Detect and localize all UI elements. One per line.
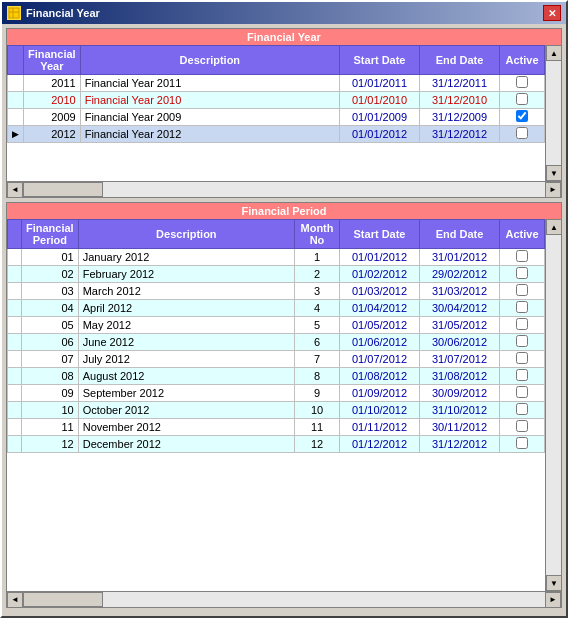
fp-month-cell: 7 [295,351,340,368]
active-checkbox[interactable] [516,93,528,105]
fp-row-indicator [8,436,22,453]
fp-row-indicator [8,368,22,385]
fp-end-cell: 31/03/2012 [420,283,500,300]
fp-active-checkbox[interactable] [516,352,528,364]
col-end-header: End Date [420,46,500,75]
fp-end-cell: 31/05/2012 [420,317,500,334]
fp-row-indicator [8,249,22,266]
active-cell[interactable] [500,75,545,92]
fp-col-month-header: MonthNo [295,220,340,249]
fp-end-cell: 31/10/2012 [420,402,500,419]
financial-period-table: FinancialPeriod Description MonthNo Star… [7,219,545,453]
fp-month-cell: 8 [295,368,340,385]
active-cell[interactable] [500,126,545,143]
fp-end-cell: 29/02/2012 [420,266,500,283]
fp-active-cell[interactable] [500,249,545,266]
fp-description-cell: May 2012 [78,317,294,334]
fp-active-cell[interactable] [500,436,545,453]
fp-active-cell[interactable] [500,300,545,317]
start-date-cell: 01/01/2011 [340,75,420,92]
end-date-cell: 31/12/2012 [420,126,500,143]
fp-active-cell[interactable] [500,334,545,351]
fp-row-indicator [8,351,22,368]
fp-active-checkbox[interactable] [516,420,528,432]
table-row[interactable]: 2010 Financial Year 2010 01/01/2010 31/1… [8,92,545,109]
table-row[interactable]: 2011 Financial Year 2011 01/01/2011 31/1… [8,75,545,92]
fy-hscroll-right[interactable]: ► [545,182,561,198]
fy-hscroll-track [23,182,545,197]
table-row[interactable]: 02 February 2012 2 01/02/2012 29/02/2012 [8,266,545,283]
fp-col-desc-header: Description [78,220,294,249]
fp-active-cell[interactable] [500,283,545,300]
row-indicator [8,75,24,92]
active-cell[interactable] [500,109,545,126]
table-row[interactable]: 01 January 2012 1 01/01/2012 31/01/2012 [8,249,545,266]
fp-hscroll-right[interactable]: ► [545,592,561,608]
row-indicator [8,109,24,126]
active-checkbox[interactable] [516,110,528,122]
fp-row-indicator [8,300,22,317]
fp-month-cell: 9 [295,385,340,402]
table-row[interactable]: 12 December 2012 12 01/12/2012 31/12/201… [8,436,545,453]
fp-active-checkbox[interactable] [516,386,528,398]
end-date-cell: 31/12/2011 [420,75,500,92]
fp-active-checkbox[interactable] [516,437,528,449]
fp-period-cell: 06 [22,334,79,351]
fp-active-checkbox[interactable] [516,318,528,330]
description-cell: Financial Year 2011 [80,75,339,92]
fp-active-checkbox[interactable] [516,335,528,347]
fp-active-checkbox[interactable] [516,284,528,296]
fp-month-cell: 2 [295,266,340,283]
table-row[interactable]: 10 October 2012 10 01/10/2012 31/10/2012 [8,402,545,419]
table-row[interactable]: 08 August 2012 8 01/08/2012 31/08/2012 [8,368,545,385]
col-indicator [8,46,24,75]
close-button[interactable]: ✕ [543,5,561,21]
fp-active-cell[interactable] [500,317,545,334]
fp-end-cell: 31/01/2012 [420,249,500,266]
fp-end-cell: 30/06/2012 [420,334,500,351]
fp-row-indicator [8,419,22,436]
fp-period-cell: 08 [22,368,79,385]
fp-start-cell: 01/12/2012 [340,436,420,453]
fy-scroll-up[interactable]: ▲ [546,45,561,61]
fp-active-checkbox[interactable] [516,403,528,415]
fp-active-checkbox[interactable] [516,250,528,262]
fp-active-cell[interactable] [500,419,545,436]
fp-active-cell[interactable] [500,402,545,419]
fp-hscroll-left[interactable]: ◄ [7,592,23,608]
fp-active-checkbox[interactable] [516,369,528,381]
fp-end-cell: 30/04/2012 [420,300,500,317]
active-checkbox[interactable] [516,76,528,88]
table-row[interactable]: 04 April 2012 4 01/04/2012 30/04/2012 [8,300,545,317]
fp-start-cell: 01/10/2012 [340,402,420,419]
table-row[interactable]: 05 May 2012 5 01/05/2012 31/05/2012 [8,317,545,334]
fp-active-cell[interactable] [500,351,545,368]
fp-scroll-up[interactable]: ▲ [546,219,561,235]
fp-start-cell: 01/09/2012 [340,385,420,402]
table-row[interactable]: 03 March 2012 3 01/03/2012 31/03/2012 [8,283,545,300]
table-row[interactable]: 07 July 2012 7 01/07/2012 31/07/2012 [8,351,545,368]
fp-month-cell: 3 [295,283,340,300]
table-row[interactable]: 11 November 2012 11 01/11/2012 30/11/201… [8,419,545,436]
fp-active-checkbox[interactable] [516,267,528,279]
fp-active-checkbox[interactable] [516,301,528,313]
table-row[interactable]: 06 June 2012 6 01/06/2012 30/06/2012 [8,334,545,351]
fp-active-cell[interactable] [500,385,545,402]
end-date-cell: 31/12/2010 [420,92,500,109]
fp-start-cell: 01/02/2012 [340,266,420,283]
fy-hscroll-left[interactable]: ◄ [7,182,23,198]
fp-scroll-down[interactable]: ▼ [546,575,561,591]
fp-active-cell[interactable] [500,266,545,283]
active-checkbox[interactable] [516,127,528,139]
table-row[interactable]: 09 September 2012 9 01/09/2012 30/09/201… [8,385,545,402]
table-row[interactable]: ▶ 2012 Financial Year 2012 01/01/2012 31… [8,126,545,143]
fy-scroll-down[interactable]: ▼ [546,165,561,181]
fp-scroll-track [546,235,561,575]
financial-period-panel: Financial Period FinancialPeriod Descrip… [6,202,562,608]
active-cell[interactable] [500,92,545,109]
fp-row-indicator [8,283,22,300]
title-bar: Financial Year ✕ [2,2,566,24]
fp-active-cell[interactable] [500,368,545,385]
table-row[interactable]: 2009 Financial Year 2009 01/01/2009 31/1… [8,109,545,126]
col-start-header: Start Date [340,46,420,75]
